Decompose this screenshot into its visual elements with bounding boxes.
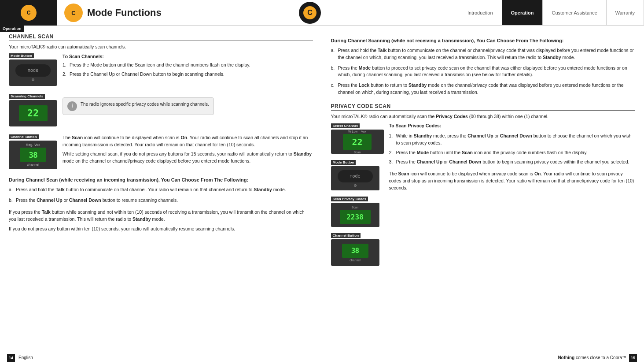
tab-introduction[interactable]: Introduction [459, 0, 502, 25]
mode-button-device-img: mode [9, 59, 57, 86]
mode-privacy-screen: mode [350, 174, 360, 178]
not-receiving-item-a: Press and hold the Talk button to commun… [331, 45, 636, 63]
footer-language: English [18, 355, 33, 360]
channel-privacy-screen: 38 [342, 244, 368, 258]
scanning-channels-device-img: 22 [9, 100, 57, 126]
during-not-receiving-list: Press and hold the Talk button to commun… [331, 45, 636, 98]
incoming-item-b: Press the Channel Up or Channel Down but… [9, 195, 313, 206]
tab-warranty[interactable]: Warranty [607, 0, 644, 25]
nav-center-logo: C [299, 2, 321, 24]
footer-tagline: Nothing comes close to a Cobra™ [558, 355, 626, 360]
privacy-code-scan-title: Privacy Code Scan [331, 103, 636, 111]
privacy-grid: Select Channel W LowVox 22 Scan [331, 123, 636, 266]
setting-desc-p: While setting channel scan, if you do no… [63, 151, 313, 165]
privacy-scan-text: To Scan Privacy Codes: While in Standby … [389, 123, 636, 194]
info-icon: i [67, 101, 77, 111]
select-channel-device: Select Channel W LowVox 22 Scan [331, 123, 384, 154]
not-receiving-item-c: Press the Lock button to return to Stand… [331, 80, 636, 98]
cobra-logo-icon: C [21, 5, 37, 21]
to-scan-channels-text: To Scan Channels: Press the Mode button … [63, 53, 313, 83]
not-receiving-item-b: Press the Mode button to proceed to set … [331, 63, 636, 81]
info-box-container: i The radio ignores specific privacy cod… [63, 94, 214, 119]
incoming-item-a: Press and hold the Talk button to commun… [9, 185, 313, 195]
channel-button-device-img: Reg. Vox 38 channel [9, 141, 57, 169]
scan-desc-p: The Scan icon will continue to be displa… [63, 134, 313, 149]
no-button-note: If you do not press any button within te… [9, 226, 313, 233]
during-not-receiving-header: During Channel Scanning (while not recei… [331, 38, 636, 43]
tab-operation[interactable]: Operation [502, 0, 543, 25]
scan-privacy-codes-img: Scan 2238 [331, 203, 379, 227]
svg-text:C: C [27, 10, 31, 16]
privacy-step-1: While in Standby mode, press the Channel… [389, 131, 636, 148]
channel-button-privacy-img: 38 channel [331, 239, 379, 266]
privacy-scan-steps: While in Standby mode, press the Channel… [389, 131, 636, 167]
select-screen: 22 [343, 134, 372, 150]
select-channel-img: W LowVox 22 Scan [331, 130, 384, 154]
during-incoming-list: Press and hold the Talk button to commun… [9, 185, 313, 206]
to-scan-title: To Scan Channels: [63, 54, 104, 59]
logo-area: C [0, 0, 57, 26]
to-scan-privacy-title: To Scan Privacy Codes: [389, 123, 442, 128]
scan-privacy-codes-label: Scan Privacy Codes [331, 197, 368, 201]
scanning-channels-row: Scanning Channels 22 i The radio ignores… [9, 94, 313, 130]
privacy-code-intro: Your microTALK® radio can automatically … [331, 113, 636, 120]
channel-button-label: Channel Button [9, 134, 39, 139]
page-title: Mode Functions [87, 7, 162, 19]
privacy-scan-desc: The Scan icon will continue to be displa… [389, 171, 636, 191]
top-navigation: C C Mode Functions C Introduction Operat… [0, 0, 644, 26]
svg-text:C: C [71, 10, 76, 16]
footer-tagline-bold: Nothing [558, 355, 574, 360]
left-panel: Channel Scan Your microTALK® radio can a… [0, 26, 322, 351]
footer-right: Nothing comes close to a Cobra™ 15 [558, 354, 637, 362]
svg-text:C: C [308, 9, 313, 16]
channel-scan-title: Channel Scan [9, 33, 313, 41]
tab-customer-assistance[interactable]: Customer Assistance [543, 0, 606, 25]
main-content: Channel Scan Your microTALK® radio can a… [0, 26, 644, 351]
page-number-left: 14 [7, 354, 15, 362]
scanning-screen: 22 [19, 105, 48, 121]
channel-button-privacy-label: Channel Button [331, 233, 361, 238]
page-number-right: 15 [629, 354, 637, 362]
nav-center: C [162, 2, 459, 24]
scanning-channels-label: Scanning Channels [9, 94, 45, 99]
right-panel: During Channel Scanning (while not recei… [322, 26, 644, 351]
info-box-text: The radio ignores specific privacy codes… [81, 101, 209, 108]
select-channel-label: Select Channel [331, 123, 360, 128]
scan-step-2: Press the Channel Up or Channel Down but… [63, 70, 313, 79]
talk-button-note: If you press the Talk button while scann… [9, 209, 313, 223]
channel-scan-intro: Your microTALK® radio can automatically … [9, 44, 313, 51]
footer: 14 English Nothing comes close to a Cobr… [0, 351, 644, 364]
scan-step-1: Press the Mode button until the Scan ico… [63, 60, 313, 70]
mode-button-privacy-img: mode [331, 166, 379, 190]
mode-button-privacy-label: Mode Button [331, 160, 356, 165]
scan-privacy-screen: 2238 [340, 210, 371, 224]
channel-button-privacy-device: Channel Button 38 channel [331, 232, 384, 266]
scan-description-text: The Scan icon will continue to be displa… [63, 134, 313, 167]
privacy-step-3: Press the Channel Up or Channel Down but… [389, 157, 636, 167]
footer-left: 14 English [7, 354, 33, 362]
scan-steps-list: Press the Mode button until the Scan ico… [63, 60, 313, 80]
privacy-step-2: Press the Mode button until the Scan ico… [389, 148, 636, 158]
page-logo-icon: C [64, 4, 83, 22]
mode-button-label: Mode Button [9, 53, 34, 58]
channel-screen: 38 [20, 148, 46, 162]
mode-screen-text: mode [28, 68, 38, 73]
channel-button-row: Channel Button Reg. Vox 38 channel The S… [9, 134, 313, 173]
scanning-device-row: Scanning Channels 22 i The radio ignores… [9, 94, 313, 130]
during-incoming-header: During Channel Scan (while receiving an … [9, 177, 313, 182]
footer-tagline-rest: comes close to a Cobra™ [576, 355, 626, 360]
mode-button-row: Mode Button mode To Scan Channels: Press… [9, 53, 313, 89]
privacy-devices: Select Channel W LowVox 22 Scan [331, 123, 384, 266]
scan-privacy-codes-device: Scan Privacy Codes Scan 2238 [331, 196, 384, 227]
nav-tabs: Introduction Operation Customer Assistan… [459, 0, 644, 25]
privacy-info-box: i The radio ignores specific privacy cod… [63, 97, 214, 115]
mode-button-privacy-device: Mode Button mode [331, 159, 384, 190]
